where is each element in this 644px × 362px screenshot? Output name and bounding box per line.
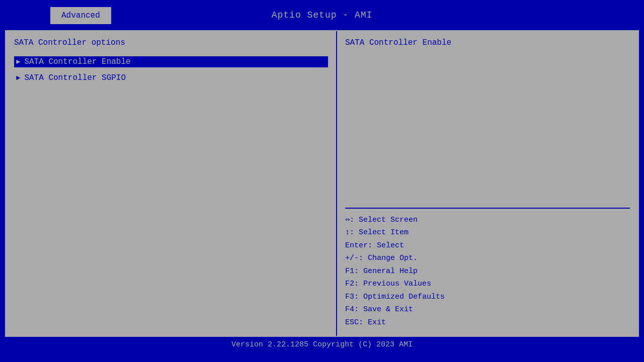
key-select-screen: ⇔: Select Screen (345, 214, 630, 227)
divider (345, 208, 630, 209)
key-f4: F4: Save & Exit (345, 303, 630, 316)
menu-item-label: SATA Controller Enable (24, 57, 130, 66)
section-title: SATA Controller options (14, 38, 328, 47)
footer: Version 2.22.1285 Copyright (C) 2023 AMI (0, 337, 644, 352)
key-esc: ESC: Exit (345, 316, 630, 329)
main-content: SATA Controller options ► SATA Controlle… (5, 30, 639, 337)
key-f2: F2: Previous Values (345, 278, 630, 291)
tab-advanced[interactable]: Advanced (50, 7, 111, 24)
menu-item-sata-sgpio[interactable]: ► SATA Controller SGPIO (14, 72, 328, 83)
right-panel: SATA Controller Enable ⇔: Select Screen … (337, 31, 638, 336)
footer-text: Version 2.22.1285 Copyright (C) 2023 AMI (231, 340, 413, 349)
key-change-opt: +/-: Change Opt. (345, 252, 630, 265)
window-title: Aptio Setup - AMI (272, 10, 373, 20)
key-select-item: ↕: Select Item (345, 226, 630, 239)
left-panel: SATA Controller options ► SATA Controlle… (6, 31, 337, 336)
help-text: SATA Controller Enable (345, 38, 630, 203)
top-bar: Aptio Setup - AMI Advanced (0, 0, 644, 30)
arrow-icon: ► (16, 74, 20, 82)
key-f1: F1: General Help (345, 265, 630, 278)
key-help: ⇔: Select Screen ↕: Select Item Enter: S… (345, 214, 630, 329)
menu-item-label: SATA Controller SGPIO (24, 73, 126, 82)
menu-item-sata-enable[interactable]: ► SATA Controller Enable (14, 56, 328, 67)
key-enter-select: Enter: Select (345, 239, 630, 252)
key-f3: F3: Optimized Defaults (345, 291, 630, 304)
arrow-icon: ► (16, 58, 20, 66)
